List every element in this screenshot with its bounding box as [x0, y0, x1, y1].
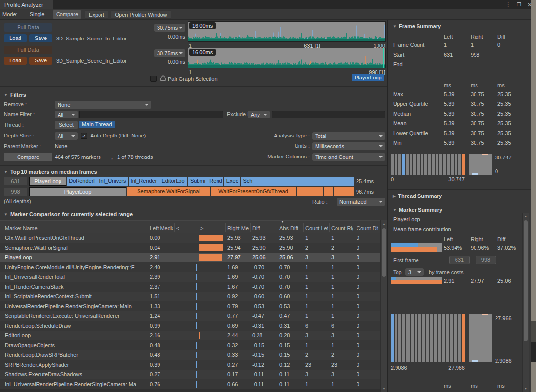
frame-boxplot[interactable] [469, 154, 492, 175]
frame-graph-right[interactable]: 16.00ms [188, 48, 386, 68]
exclude-names-input[interactable] [272, 111, 385, 118]
top10-segment[interactable]: Rend [208, 177, 223, 186]
maximize-icon[interactable]: ❐ [517, 2, 521, 7]
marker-row[interactable]: DrawOpaqueObjects0.480.32-0.150.15110 [0, 340, 380, 350]
top10-segment[interactable] [334, 187, 336, 196]
scroll-down-icon[interactable]: ▼ [523, 387, 529, 390]
top10-segment[interactable] [304, 187, 311, 196]
marker-row[interactable]: Shadows.ExecuteDrawShadows0.270.17-0.110… [0, 370, 380, 379]
top10-segment[interactable]: Inl_Render [129, 177, 159, 186]
col-right-median[interactable]: Right Median [227, 221, 249, 234]
frame-histogram[interactable] [391, 154, 465, 175]
marker-boxplot[interactable] [469, 314, 492, 362]
compare-button[interactable]: Compare [4, 153, 52, 161]
summary-scrollbar[interactable]: ▲ ▼ [522, 213, 529, 392]
menu-icon[interactable]: ⋮ [505, 1, 511, 8]
pull-data-button-right[interactable]: Pull Data [4, 46, 52, 54]
col-count-right[interactable]: Count Right [331, 221, 353, 234]
top10-segment[interactable]: PlayerLoop [29, 187, 126, 196]
table-scrollbar-thumb[interactable] [382, 228, 386, 277]
col-diff[interactable]: Diff [252, 221, 276, 234]
range-dropdown-left[interactable]: 30.75ms [154, 24, 185, 32]
marker-row[interactable]: Inl_UniversalRenderPipeline.RenderSingle… [0, 379, 380, 389]
save-button-right[interactable]: Save [29, 57, 52, 65]
top10-segment[interactable] [336, 187, 354, 196]
marker-row[interactable]: SRPBRender.ApplyShader0.390.27-0.120.122… [0, 360, 380, 370]
marker-row[interactable]: UnityEngine.CoreModule.dll!UnityEngine.R… [0, 262, 380, 272]
top10-segment[interactable]: DoRenderl [67, 177, 97, 186]
top10-segment[interactable] [264, 177, 354, 186]
col-right-bar[interactable]: > [200, 221, 223, 234]
marker-row[interactable]: Inl_RenderCameraStack2.371.67-0.700.7011… [0, 282, 380, 292]
load-button-left[interactable]: Load [4, 34, 27, 42]
top10-segment[interactable] [324, 187, 328, 196]
marker-row[interactable]: ScriptableRenderer.Execute: UniversalRen… [0, 311, 380, 321]
marker-summary-header[interactable]: ▼Marker Summary [393, 207, 442, 213]
mode-compare-button[interactable]: Compare [53, 10, 81, 19]
range-dropdown-right[interactable]: 30.75ms [154, 49, 185, 57]
col-left-median[interactable]: Left Median [150, 221, 173, 234]
frame-index-button[interactable]: 631 [4, 177, 27, 185]
top10-header[interactable]: ▼Top 10 markers on median frames [4, 169, 97, 175]
name-filter-mode-dropdown[interactable]: All [55, 111, 78, 118]
top10-segment[interactable]: Inl_Univers [97, 177, 128, 186]
top10-segment[interactable]: Exec [224, 177, 240, 186]
filters-header[interactable]: ▼Filters [4, 92, 26, 98]
scroll-up-icon[interactable]: ▲ [381, 222, 387, 226]
top10-segment[interactable]: Submi [188, 177, 208, 186]
marker-comparison-header[interactable]: ▼Marker Comparison for currently selecte… [4, 211, 133, 217]
marker-row[interactable]: Inl_ScriptableRenderContext.Submit1.510.… [0, 292, 380, 301]
marker-row[interactable]: Gfx.WaitForPresentOnGfxThread0.0025.9325… [0, 233, 380, 243]
frame-graph-left[interactable]: 16.00ms [188, 21, 386, 42]
load-button-right[interactable]: Load [4, 57, 27, 65]
thread-select-button[interactable]: Select [55, 121, 78, 129]
top10-segment[interactable]: EditorLoo [159, 177, 187, 186]
marker-row[interactable]: RenderLoop.ScheduleDraw0.990.69-0.310.31… [0, 321, 380, 331]
marker-row[interactable]: Semaphore.WaitForSignal0.0425.9425.9025.… [0, 243, 380, 253]
top10-segment[interactable]: WaitForPresentOnGfxThread [211, 187, 296, 196]
frame-index-button[interactable]: 998 [4, 188, 27, 196]
first-frame-right-button[interactable]: 998 [476, 256, 496, 264]
thread-value-chip[interactable]: Main Thread [79, 121, 115, 128]
col-count-diff[interactable]: Count Diff [357, 221, 378, 234]
open-profiler-window-button[interactable]: Open Profiler Window [111, 10, 171, 19]
pull-data-button-left[interactable]: Pull Data [4, 23, 52, 32]
pair-graph-checkbox[interactable] [150, 76, 157, 82]
marker-row[interactable]: EditorLoop2.162.440.280.28330 [0, 331, 380, 340]
tab-profile-analyzer[interactable]: Profile Analyzer [0, 0, 53, 9]
exclude-mode-dropdown[interactable]: Any [248, 111, 270, 118]
top10-segment[interactable] [328, 187, 331, 196]
top-n-dropdown[interactable]: 3 [405, 268, 424, 276]
frame-summary-header[interactable]: ▼Frame Summary [393, 23, 441, 29]
top10-segment[interactable] [297, 187, 304, 196]
marker-columns-dropdown[interactable]: Time and Count [312, 153, 385, 161]
top10-segment[interactable]: PlayerLoop [29, 177, 66, 186]
scroll-up-icon[interactable]: ▲ [523, 215, 529, 218]
scroll-down-icon[interactable]: ▼ [381, 387, 387, 390]
col-left-bar[interactable]: < [176, 221, 196, 234]
thread-summary-header[interactable]: ▶Thread Summary [393, 193, 442, 199]
top10-segment[interactable] [311, 187, 318, 196]
top10-segment[interactable] [318, 187, 323, 196]
name-filter-input[interactable] [79, 111, 223, 118]
table-scrollbar[interactable]: ▲ ▼ [380, 220, 387, 392]
marker-row[interactable]: PlayerLoop2.9127.9725.0625.06330 [0, 253, 380, 262]
analysis-type-dropdown[interactable]: Total [312, 132, 385, 140]
save-button-left[interactable]: Save [29, 34, 52, 42]
marker-row[interactable]: Inl_UniversalRenderTotal2.391.69-0.700.7… [0, 272, 380, 282]
export-button[interactable]: Export [85, 10, 108, 19]
col-marker-name[interactable]: Marker Name [5, 221, 146, 234]
top10-segment[interactable] [255, 177, 264, 186]
first-frame-left-button[interactable]: 631 [449, 256, 470, 264]
depth-slice-dropdown[interactable]: All [55, 132, 78, 140]
selected-marker-chip[interactable]: PlayerLoop [352, 74, 384, 81]
col-count-left[interactable]: Count Left [305, 221, 328, 234]
marker-row[interactable]: UniversalRenderPipeline.RenderSingleCame… [0, 301, 380, 311]
summary-scrollbar-thumb[interactable] [524, 220, 528, 341]
top10-segment[interactable] [331, 187, 333, 196]
mode-single-button[interactable]: Single [25, 10, 49, 19]
marker-histogram[interactable] [391, 314, 465, 362]
marker-row[interactable]: RenderLoop.DrawSRPBatcher0.480.33-0.150.… [0, 350, 380, 360]
comparison-table-header[interactable]: Marker Name Left Median < > Right Median… [0, 220, 380, 233]
top10-segment[interactable]: Sch [241, 177, 255, 186]
